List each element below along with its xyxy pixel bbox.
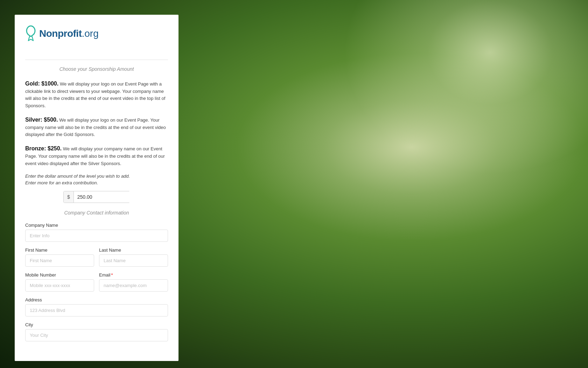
mobile-group: Mobile Number: [25, 272, 94, 292]
logo-divider: [25, 60, 168, 60]
city-input[interactable]: [25, 329, 168, 341]
logo-text: Nonprofit.org: [39, 28, 99, 39]
last-name-input[interactable]: [99, 254, 168, 267]
instructions-area: Enter the dollar amount of the level you…: [25, 173, 168, 185]
city-label: City: [25, 322, 168, 327]
contact-section-title: Company Contact information: [25, 210, 168, 216]
gold-tier: Gold: $1000. We will display your logo o…: [25, 80, 168, 109]
form-panel: Nonprofit.org Choose your Sponsorship Am…: [15, 15, 178, 361]
address-group: Address: [25, 297, 168, 316]
company-name-group: Company Name: [25, 223, 168, 242]
instruction-1: Enter the dollar amount of the level you…: [25, 173, 168, 179]
last-name-label: Last Name: [99, 247, 168, 253]
email-required-marker: *: [111, 272, 113, 278]
address-input[interactable]: [25, 304, 168, 316]
email-label: Email*: [99, 272, 168, 278]
mobile-label: Mobile Number: [25, 272, 94, 278]
email-input[interactable]: [99, 279, 168, 292]
company-name-input[interactable]: [25, 230, 168, 242]
first-name-group: First Name: [25, 247, 94, 267]
instruction-2: Enter more for an extra contribution.: [25, 180, 168, 185]
contact-row: Mobile Number Email*: [25, 272, 168, 297]
amount-input[interactable]: [74, 191, 142, 203]
address-label: Address: [25, 297, 168, 302]
city-group: City: [25, 322, 168, 341]
section-title: Choose your Sponsorship Amount: [25, 66, 168, 72]
ribbon-icon: [25, 25, 36, 42]
bronze-tier: Bronze: $250. We will display your compa…: [25, 144, 168, 167]
company-name-label: Company Name: [25, 223, 168, 228]
currency-symbol: $: [64, 191, 74, 203]
first-name-label: First Name: [25, 247, 94, 253]
email-group: Email*: [99, 272, 168, 292]
silver-tier: Silver: $500. We will display your logo …: [25, 116, 168, 138]
mobile-input[interactable]: [25, 279, 94, 292]
name-row: First Name Last Name: [25, 247, 168, 272]
silver-tier-label: Silver: $500.: [25, 117, 58, 123]
last-name-group: Last Name: [99, 247, 168, 267]
gold-tier-label: Gold: $1000.: [25, 81, 58, 87]
amount-input-group: $: [63, 191, 130, 203]
first-name-input[interactable]: [25, 254, 94, 267]
logo-area: Nonprofit.org: [25, 25, 168, 49]
amount-wrapper: $: [25, 191, 168, 203]
bronze-tier-label: Bronze: $250.: [25, 145, 62, 151]
